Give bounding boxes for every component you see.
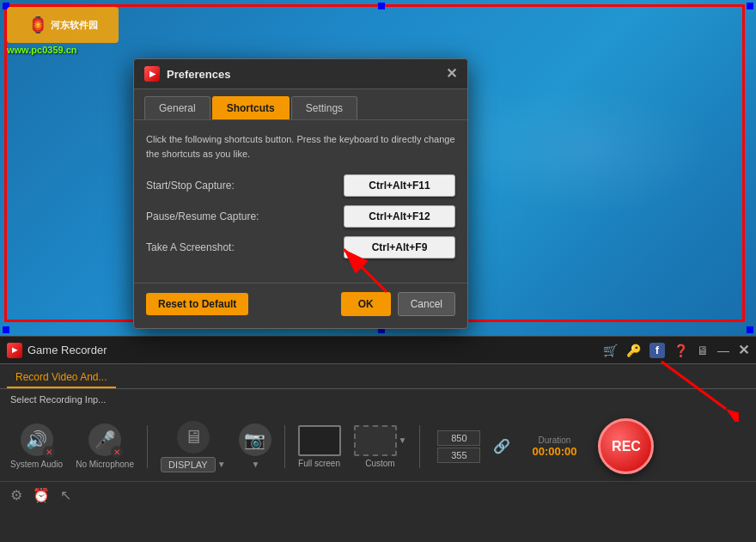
app-window: ▶ Game Recorder 🛒 🔑 f ❓ 🖥 — ✕ Record Vid… xyxy=(0,336,756,542)
display-button[interactable]: DISPLAY xyxy=(161,457,216,472)
dialog-title-left: ▶ Preferences xyxy=(144,66,230,82)
shortcut-row-start-stop: Start/Stop Capture: Ctrl+Alt+F11 xyxy=(146,174,455,197)
cancel-button[interactable]: Cancel xyxy=(398,292,455,316)
watermark-url: www.pc0359.cn xyxy=(7,45,77,55)
dialog-description: Click the following shortcuts button. Pr… xyxy=(146,132,455,161)
monitor-icon[interactable]: 🖥 xyxy=(697,344,709,357)
tab-record-video[interactable]: Record Video And... xyxy=(7,368,116,388)
input-devices-row: 🔊 System Audio 🎤 No Microphone 🖥 DISPLAY… xyxy=(0,411,756,481)
dialog-app-icon: ▶ xyxy=(144,66,160,82)
minimize-icon[interactable]: — xyxy=(717,344,729,357)
separator-2 xyxy=(284,425,285,468)
tab-settings[interactable]: Settings xyxy=(291,96,357,119)
reset-default-button[interactable]: Reset to Default xyxy=(146,293,248,315)
cursor-icon[interactable]: ↖ xyxy=(60,487,71,503)
app-tabs: Record Video And... xyxy=(0,364,756,389)
app-title: Game Recorder xyxy=(27,344,107,356)
screenshot-label: Take A Screenshot: xyxy=(146,241,235,253)
system-audio-label: System Audio xyxy=(10,460,63,469)
titlebar-controls: 🛒 🔑 f ❓ 🖥 — ✕ xyxy=(603,342,749,358)
pause-resume-label: Pause/Resume Capture: xyxy=(146,210,259,222)
settings-icon[interactable]: ⚙ xyxy=(10,487,22,503)
duration-time: 00:00:00 xyxy=(532,445,576,458)
timer-icon[interactable]: ⏰ xyxy=(33,487,50,503)
rec-button[interactable]: REC xyxy=(598,418,654,474)
watermark-logo: 🏮 河东软件园 xyxy=(7,7,119,43)
full-screen-label: Full screen xyxy=(298,459,340,468)
select-input-label: Select Recording Inp... xyxy=(10,394,106,405)
microphone-label: No Microphone xyxy=(76,460,134,469)
height-input[interactable] xyxy=(437,448,480,463)
bottom-icons-row: ⚙ ⏰ ↖ xyxy=(0,481,756,509)
tab-general[interactable]: General xyxy=(144,96,210,119)
microphone-icon: 🎤 xyxy=(88,423,121,456)
custom-screen-thumb xyxy=(354,425,397,456)
display-device[interactable]: 🖥 DISPLAY ▼ xyxy=(161,421,226,472)
facebook-icon[interactable]: f xyxy=(649,343,665,358)
full-screen-option[interactable]: Full screen xyxy=(298,425,341,468)
app-icon: ▶ xyxy=(7,343,22,358)
separator-3 xyxy=(419,425,420,468)
start-stop-label: Start/Stop Capture: xyxy=(146,180,235,192)
help-icon[interactable]: ❓ xyxy=(674,344,688,357)
display-icon: 🖥 xyxy=(177,421,210,454)
key-icon[interactable]: 🔑 xyxy=(626,344,641,357)
camera-device[interactable]: 📷 ▼ xyxy=(239,423,271,469)
dialog-footer: Reset to Default OK Cancel xyxy=(134,283,467,328)
watermark: 🏮 河东软件园 www.pc0359.cn xyxy=(7,7,119,55)
shortcut-row-pause-resume: Pause/Resume Capture: Ctrl+Alt+F12 xyxy=(146,205,455,228)
preferences-dialog: ▶ Preferences ✕ General Shortcuts Settin… xyxy=(133,58,468,329)
cart-icon[interactable]: 🛒 xyxy=(603,344,618,357)
system-audio-device[interactable]: 🔊 System Audio xyxy=(10,423,63,469)
dialog-tabs: General Shortcuts Settings xyxy=(134,89,467,120)
app-title-left: ▶ Game Recorder xyxy=(7,343,107,358)
dialog-content: Click the following shortcuts button. Pr… xyxy=(134,120,467,276)
dimension-lock-icon[interactable]: 🔗 xyxy=(493,438,510,454)
close-button[interactable]: ✕ xyxy=(738,342,749,358)
duration-label: Duration xyxy=(539,435,571,445)
screenshot-key[interactable]: Ctrl+Alt+F9 xyxy=(344,236,455,259)
separator-1 xyxy=(147,425,148,468)
system-audio-icon: 🔊 xyxy=(21,423,53,456)
ok-button[interactable]: OK xyxy=(341,292,391,316)
pause-resume-key[interactable]: Ctrl+Alt+F12 xyxy=(344,205,455,228)
dialog-titlebar: ▶ Preferences ✕ xyxy=(134,59,467,89)
width-input[interactable] xyxy=(437,430,480,446)
custom-screen-label: Custom xyxy=(365,459,394,468)
full-screen-thumb xyxy=(298,425,341,456)
microphone-device[interactable]: 🎤 No Microphone xyxy=(76,423,134,469)
app-titlebar: ▶ Game Recorder 🛒 🔑 f ❓ 🖥 — ✕ xyxy=(0,337,756,364)
dimensions-box xyxy=(437,430,480,463)
duration-box: Duration 00:00:00 xyxy=(532,435,576,458)
start-stop-key[interactable]: Ctrl+Alt+F11 xyxy=(344,174,455,197)
dialog-title: Preferences xyxy=(167,68,230,81)
recording-row: Select Recording Inp... xyxy=(0,389,756,405)
shortcut-row-screenshot: Take A Screenshot: Ctrl+Alt+F9 xyxy=(146,236,455,259)
dialog-footer-right: OK Cancel xyxy=(341,292,455,316)
tab-shortcuts[interactable]: Shortcuts xyxy=(212,96,290,119)
custom-screen-option[interactable]: ▼ Custom xyxy=(354,425,407,468)
dialog-close-button[interactable]: ✕ xyxy=(446,67,457,81)
camera-icon: 📷 xyxy=(239,423,271,456)
